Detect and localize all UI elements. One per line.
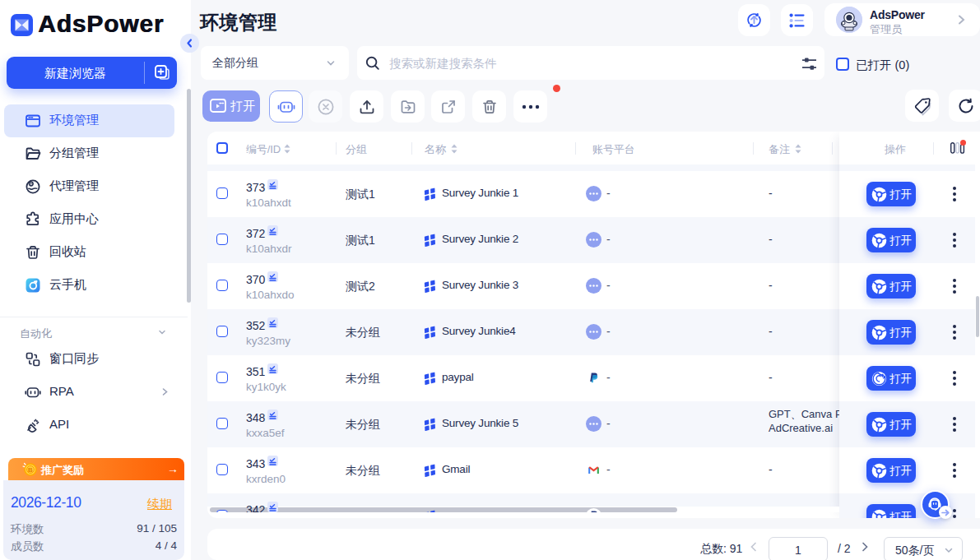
svg-text:B: B	[28, 466, 33, 474]
